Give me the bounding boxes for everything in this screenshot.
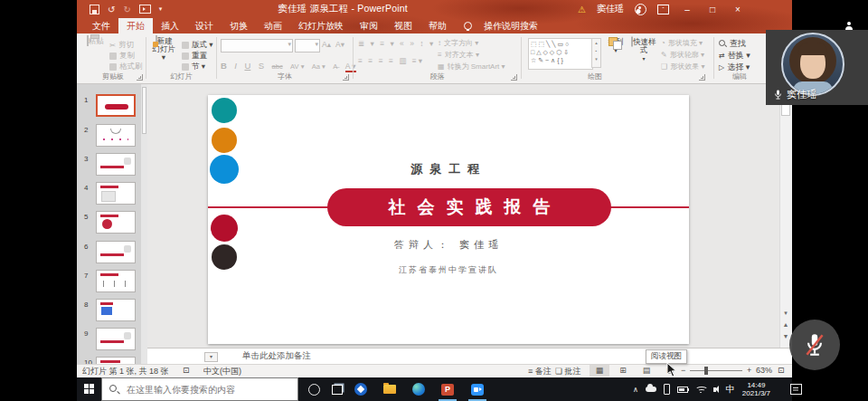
- font-size-combo[interactable]: [295, 39, 320, 53]
- task-view-icon[interactable]: [326, 377, 349, 401]
- thumbnail-preview[interactable]: [96, 94, 136, 117]
- thumbnail-slide-3[interactable]: 3: [77, 153, 147, 180]
- thumbnail-preview[interactable]: [96, 357, 136, 364]
- tab-file[interactable]: 文件: [84, 18, 118, 33]
- thumbnail-preview[interactable]: [96, 270, 136, 292]
- shape-fill-button[interactable]: ◔形状填充 ▾: [661, 38, 703, 48]
- ime-indicator[interactable]: 中: [726, 383, 735, 396]
- outdent-button[interactable]: «: [400, 39, 406, 48]
- font-name-combo[interactable]: [221, 39, 293, 53]
- save-icon[interactable]: [90, 5, 99, 14]
- ribbon-display-options-icon[interactable]: ˆ: [657, 5, 669, 14]
- bullets-button[interactable]: ≣ ▾: [358, 39, 376, 48]
- minimize-button[interactable]: –: [680, 5, 694, 14]
- file-explorer-icon[interactable]: [378, 377, 401, 401]
- undo-icon[interactable]: ↺: [108, 5, 115, 14]
- shrink-font-button[interactable]: A▾: [335, 40, 344, 49]
- zoom-out-button[interactable]: −: [681, 366, 685, 375]
- font-dialog-launcher-icon[interactable]: [343, 74, 349, 81]
- taskbar-search[interactable]: [101, 377, 298, 401]
- wifi-icon[interactable]: [695, 386, 706, 393]
- tab-animations[interactable]: 动画: [256, 18, 290, 33]
- thumbnail-slide-1[interactable]: 1: [77, 94, 147, 121]
- zoom-slider-thumb[interactable]: [704, 367, 708, 375]
- numbering-button[interactable]: ≡ ▾: [380, 39, 396, 48]
- tab-home[interactable]: 开始: [118, 18, 153, 33]
- tab-view[interactable]: 视图: [386, 18, 420, 33]
- thumbnail-slide-9[interactable]: 9: [77, 328, 147, 355]
- browser-app-icon[interactable]: [349, 377, 373, 401]
- underline-button[interactable]: U: [244, 61, 250, 71]
- shadow-button[interactable]: S: [259, 61, 264, 71]
- shapes-gallery[interactable]: ⬚ ⬚ ╲ ╲ ▭ ○ □ △ ◇ ◇ ⬡ ⇩ ☆ ✎ ~ ∧ { }: [528, 38, 593, 70]
- thumbnail-scrollbar-thumb[interactable]: [142, 87, 146, 134]
- account-avatar-icon[interactable]: [635, 4, 646, 15]
- tab-help[interactable]: 帮助: [420, 18, 455, 33]
- tab-design[interactable]: 设计: [187, 18, 222, 33]
- slide-sorter-view-button[interactable]: ⊞: [613, 365, 633, 377]
- redo-icon[interactable]: ↻: [123, 5, 130, 14]
- italic-button[interactable]: I: [234, 61, 237, 71]
- strikethrough-button[interactable]: abc: [272, 62, 283, 71]
- fit-to-window-icon[interactable]: ⊡: [778, 366, 785, 375]
- battery-icon[interactable]: [677, 387, 688, 393]
- tab-insert[interactable]: 插入: [153, 18, 187, 33]
- align-text-button[interactable]: ≡对齐文本 ▾: [438, 50, 479, 60]
- thumbnail-slide-2[interactable]: 2: [77, 124, 147, 151]
- notes-toggle[interactable]: ≡ 备注: [528, 366, 552, 377]
- thumbnail-slide-7[interactable]: 7: [77, 270, 147, 297]
- zoom-slider[interactable]: [690, 370, 742, 371]
- meeting-app-icon[interactable]: [466, 377, 489, 401]
- share-button-icon[interactable]: [844, 22, 854, 30]
- notes-placeholder[interactable]: 单击此处添加备注: [242, 350, 311, 362]
- drawing-dialog-launcher-icon[interactable]: [699, 74, 705, 81]
- normal-view-button[interactable]: ▦: [590, 365, 609, 377]
- alignment-row[interactable]: ≡ ≡ ≡ ≡ ▥ ≡▾: [358, 56, 424, 65]
- thumbnail-preview[interactable]: [96, 124, 136, 147]
- search-input[interactable]: [125, 384, 291, 396]
- scroll-down-icon[interactable]: ▾: [780, 308, 791, 319]
- slide-title-banner[interactable]: 社会实践报告: [327, 188, 611, 226]
- accessibility-icon[interactable]: ⊡: [183, 366, 190, 375]
- clock[interactable]: 14:492021/3/7: [742, 381, 770, 397]
- cut-button[interactable]: ✂剪切: [109, 40, 134, 51]
- tab-review[interactable]: 审阅: [352, 18, 386, 33]
- maximize-button[interactable]: □: [705, 5, 720, 14]
- tab-slideshow[interactable]: 幻灯片放映: [290, 18, 352, 33]
- account-name[interactable]: 窦佳瑶: [597, 3, 624, 15]
- start-slideshow-icon[interactable]: [139, 5, 151, 14]
- start-button-icon[interactable]: [84, 384, 95, 395]
- thumbnail-preview[interactable]: [96, 328, 136, 350]
- close-button[interactable]: ×: [731, 5, 745, 14]
- thumbnail-slide-6[interactable]: 6: [77, 241, 147, 268]
- shape-outline-button[interactable]: ✎形状轮廓 ▾: [661, 50, 704, 60]
- thumbnail-preview[interactable]: [96, 182, 136, 205]
- zoom-level[interactable]: 63%: [756, 366, 772, 375]
- layout-button[interactable]: 版式 ▾: [182, 40, 213, 51]
- reading-view-button[interactable]: ▤: [637, 365, 656, 377]
- character-spacing-button[interactable]: AV ▾: [290, 62, 304, 71]
- shape-effects-button[interactable]: ❑形状效果 ▾: [661, 62, 704, 72]
- quick-styles-button[interactable]: 快速样式▾: [629, 38, 658, 63]
- previous-slide-icon[interactable]: ▲: [780, 320, 791, 330]
- device-icon[interactable]: [664, 384, 670, 395]
- indent-button[interactable]: »: [410, 39, 416, 48]
- action-center-icon[interactable]: [790, 384, 802, 395]
- grow-font-button[interactable]: A▴: [322, 40, 331, 49]
- new-slide-button[interactable]: 新建幻灯片 ▾: [149, 37, 178, 62]
- thumbnail-slide-10[interactable]: 10: [77, 357, 147, 364]
- replace-button[interactable]: ⇄替换 ▾: [719, 50, 750, 62]
- thumbnail-preview[interactable]: [96, 241, 136, 263]
- speaker-icon[interactable]: [713, 386, 719, 393]
- paragraph-dialog-launcher-icon[interactable]: [511, 74, 517, 81]
- text-direction-button[interactable]: ↕文字方向 ▾: [438, 38, 478, 48]
- arrange-button[interactable]: 排列▾: [604, 38, 627, 55]
- tray-expand-icon[interactable]: ∧: [633, 386, 638, 394]
- shapes-gallery-scroll[interactable]: ▴▪▾: [591, 38, 601, 68]
- line-spacing-button[interactable]: ↕ ▾: [420, 39, 435, 48]
- bold-button[interactable]: B: [221, 61, 227, 71]
- thumbnail-preview[interactable]: [96, 211, 136, 234]
- thumbnail-preview[interactable]: [96, 153, 136, 176]
- tell-me-search[interactable]: 操作说明搜索: [476, 18, 546, 33]
- clipboard-dialog-launcher-icon[interactable]: [137, 74, 143, 81]
